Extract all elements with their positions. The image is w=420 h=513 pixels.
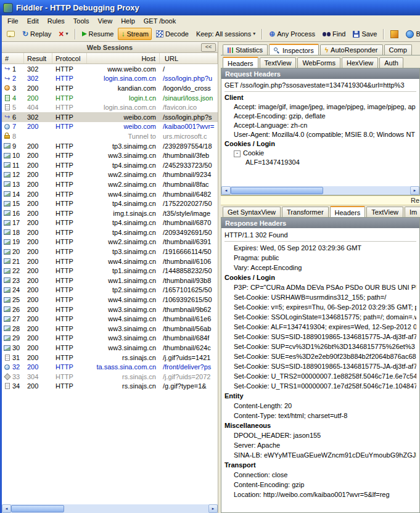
encoding-notice-bar[interactable]: Re bbox=[221, 195, 420, 205]
globe-icon bbox=[3, 364, 11, 371]
request-tab-webforms[interactable]: WebForms bbox=[297, 57, 340, 68]
session-row[interactable]: 33304HTTPrs.sinajs.cn/j.gif?uids=2072 bbox=[2, 372, 218, 382]
session-row[interactable]: 5404HTTPlogin.sina.com.cn/favicon.ico bbox=[2, 102, 218, 112]
session-host: tp4.sinaimg.cn bbox=[87, 229, 160, 236]
session-row[interactable]: 11200HTTPtp4.sinaimg.cn/2452933723/50 bbox=[2, 160, 218, 170]
menu-file[interactable]: File bbox=[3, 16, 23, 26]
scroll-right-button[interactable]: ► bbox=[208, 504, 218, 513]
session-row[interactable]: 14200HTTPww4.sinaimg.cn/thumbnail/6482 bbox=[2, 189, 218, 199]
main-tab-statistics[interactable]: Statistics bbox=[223, 44, 268, 55]
session-row[interactable]: 32200HTTPta.sass.sina.com.cn/front/deliv… bbox=[2, 362, 218, 372]
scroll-left-button[interactable]: ◄ bbox=[2, 504, 11, 513]
column-header-protocol[interactable]: Protocol bbox=[52, 53, 87, 64]
response-tab-headers[interactable]: Headers bbox=[330, 206, 366, 218]
session-row[interactable]: 12200HTTPww2.sinaimg.cn/thumbnail/9234 bbox=[2, 170, 218, 180]
response-tab-im[interactable]: Im bbox=[405, 207, 420, 217]
session-row[interactable]: 1302HTTPwww.weibo.com/ bbox=[2, 64, 218, 74]
menu-view[interactable]: View bbox=[94, 16, 117, 26]
session-row[interactable]: 28200HTTPww3.sinaimg.cn/thumbnail/56ab bbox=[2, 324, 218, 334]
menu-tools[interactable]: Tools bbox=[69, 16, 94, 26]
session-row[interactable]: 23200HTTPww1.sinaimg.cn/thumbnail/93b8 bbox=[2, 276, 218, 285]
menu-rules[interactable]: Rules bbox=[43, 16, 69, 26]
decode-button[interactable]: Decode bbox=[153, 28, 192, 39]
session-row[interactable]: 22200HTTPtp1.sinaimg.cn/1448858232/50 bbox=[2, 266, 218, 276]
response-status-line: HTTP/1.1 302 Found bbox=[224, 230, 416, 240]
scroll-left-button[interactable]: ◄ bbox=[221, 186, 231, 195]
column-header-host[interactable]: Host bbox=[87, 53, 160, 64]
session-row[interactable]: 26200HTTPww3.sinaimg.cn/thumbnail/9b62 bbox=[2, 305, 218, 314]
session-row[interactable]: 15200HTTPtp4.sinaimg.cn/1752202027/50 bbox=[2, 199, 218, 208]
column-header-[interactable]: # bbox=[2, 53, 24, 64]
column-header-url[interactable]: URL bbox=[160, 53, 218, 64]
scroll-right-button[interactable]: ► bbox=[410, 186, 419, 195]
image-icon bbox=[3, 248, 11, 255]
any-process-button[interactable]: Any Process bbox=[266, 28, 318, 39]
response-tab-get-syntaxview[interactable]: Get SyntaxView bbox=[223, 207, 281, 217]
session-row[interactable]: 19200HTTPww2.sinaimg.cn/thumbnail/6391 bbox=[2, 237, 218, 247]
main-tab-autoresponder[interactable]: AutoResponder bbox=[320, 44, 383, 55]
menu-get-book[interactable]: GET /book bbox=[139, 16, 180, 26]
session-protocol: HTTP bbox=[52, 334, 87, 342]
page-icon bbox=[3, 104, 11, 111]
session-row[interactable]: 10200HTTPww3.sinaimg.cn/thumbnail/3feb bbox=[2, 150, 218, 160]
scrollbar-track[interactable] bbox=[231, 186, 410, 195]
session-row[interactable]: 3200HTTPkandian.com/logon/do_cross bbox=[2, 83, 218, 93]
menu-help[interactable]: Help bbox=[117, 16, 139, 26]
response-tab-textview[interactable]: TextView bbox=[366, 207, 403, 217]
request-tab-textview[interactable]: TextView bbox=[260, 57, 297, 68]
main-tab-inspectors[interactable]: Inspectors bbox=[269, 44, 319, 55]
session-row[interactable]: 34200HTTPrs.sinajs.cn/g.gif?type=1& bbox=[2, 382, 218, 392]
request-tab-hexview[interactable]: HexView bbox=[342, 57, 378, 68]
session-number-cell: 15 bbox=[2, 200, 24, 207]
session-row[interactable]: 21200HTTPww4.sinaimg.cn/thumbnail/6106 bbox=[2, 256, 218, 266]
session-number: 3 bbox=[12, 84, 16, 92]
session-url: /1657101625/50 bbox=[160, 286, 218, 293]
session-protocol: HTTP bbox=[52, 344, 87, 351]
request-horizontal-scrollbar[interactable]: ◄ ► bbox=[221, 186, 419, 195]
main-tab-comp[interactable]: Comp bbox=[384, 44, 412, 55]
remove-sessions-button[interactable]: ▾ bbox=[56, 28, 71, 40]
session-row[interactable]: 7200HTTPweibo.com/kaibao001?wvr= bbox=[2, 122, 218, 132]
column-header-result[interactable]: Result bbox=[24, 53, 52, 64]
session-row[interactable]: 20200HTTPtp3.sinaimg.cn/1916666114/50 bbox=[2, 247, 218, 256]
request-tab-auth[interactable]: Auth bbox=[379, 57, 403, 68]
collapse-expander-icon[interactable] bbox=[234, 150, 241, 157]
response-tab-transformer[interactable]: Transformer bbox=[282, 207, 329, 217]
collapse-button[interactable]: << bbox=[201, 43, 216, 52]
comment-button[interactable] bbox=[4, 29, 18, 39]
session-number-cell: 25 bbox=[2, 296, 24, 303]
session-row[interactable]: 13200HTTPww2.sinaimg.cn/thumbnail/8fac bbox=[2, 179, 218, 189]
redirect-icon bbox=[3, 65, 11, 72]
request-tab-headers[interactable]: Headers bbox=[223, 57, 258, 68]
session-row[interactable]: 25200HTTPww4.sinaimg.cn/1069392615/50 bbox=[2, 295, 218, 305]
session-row[interactable]: 31200HTTPrs.sinajs.cn/j.gif?uids=1421 bbox=[2, 353, 218, 363]
session-row[interactable]: 8Tunnel tours.microsoft.c bbox=[2, 131, 218, 141]
stream-button[interactable]: Stream bbox=[118, 28, 151, 40]
screenshot-button[interactable] bbox=[387, 28, 401, 40]
keep-sessions-dropdown[interactable]: Keep: All sessions▾ bbox=[193, 28, 258, 39]
save-button[interactable]: Save bbox=[350, 28, 380, 39]
session-row[interactable]: 29200HTTPww3.sinaimg.cn/thumbnail/684f bbox=[2, 334, 218, 343]
session-row[interactable]: 18200HTTPtp4.sinaimg.cn/2093492691/50 bbox=[2, 228, 218, 237]
session-row[interactable]: 4200HTTPlogin.t.cn/sinaurl/loss.json bbox=[2, 93, 218, 103]
session-row[interactable]: 17200HTTPtp4.sinaimg.cn/thumbnail/6870 bbox=[2, 218, 218, 228]
column-headers: #ResultProtocolHostURL bbox=[2, 53, 218, 64]
sessions-horizontal-scrollbar[interactable]: ◄ ► bbox=[2, 504, 218, 513]
launch-browser-button[interactable]: Br bbox=[403, 28, 420, 40]
scrollbar-thumb[interactable] bbox=[231, 187, 323, 194]
session-row[interactable]: 24200HTTPtp2.sinaimg.cn/1657101625/50 bbox=[2, 285, 218, 295]
session-host: tp2.sinaimg.cn bbox=[87, 286, 160, 293]
session-row[interactable]: 9200HTTPtp3.sinaimg.cn/2392897554/18 bbox=[2, 141, 218, 151]
resume-button[interactable]: Resume bbox=[79, 28, 117, 39]
scrollbar-thumb[interactable] bbox=[11, 505, 64, 512]
session-row[interactable]: 27200HTTPww4.sinaimg.cn/thumbnail/61e6 bbox=[2, 314, 218, 324]
session-row[interactable]: 16200HTTPimg.t.sinajs.cn/t35/style/image bbox=[2, 208, 218, 218]
replay-button[interactable]: Replay bbox=[19, 28, 54, 40]
session-row[interactable]: 30200HTTPww3.sinaimg.cn/thumbnail/624c bbox=[2, 343, 218, 353]
menu-edit[interactable]: Edit bbox=[23, 16, 43, 26]
session-row[interactable]: 2302HTTPlogin.sina.com.cn/sso/login.php?… bbox=[2, 74, 218, 84]
find-button[interactable]: Find bbox=[319, 28, 348, 39]
session-row[interactable]: 6302HTTPweibo.com/sso/login.php?s bbox=[2, 112, 218, 122]
header-line-text: Accept-Encoding: gzip, deflate bbox=[234, 112, 326, 120]
scrollbar-track[interactable] bbox=[11, 504, 208, 513]
